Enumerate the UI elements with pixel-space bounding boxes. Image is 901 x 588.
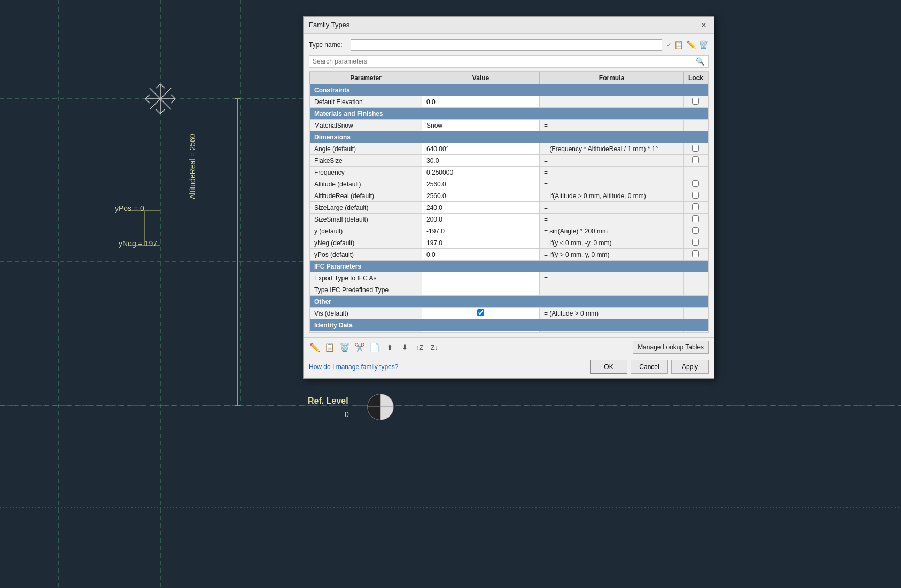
table-row: Altitude (default) 2560.0 = <box>310 178 708 190</box>
section-identity: Identity Data <box>310 319 708 331</box>
rename-type-icon[interactable]: ✏️ <box>686 40 696 50</box>
edit-icon[interactable]: ✏️ <box>309 341 321 353</box>
col-header-parameter: Parameter <box>310 72 422 84</box>
ref-level-num: 0 <box>345 410 349 419</box>
move-up-icon[interactable]: ⬆ <box>384 341 395 353</box>
col-header-lock: Lock <box>683 72 708 84</box>
cancel-button[interactable]: Cancel <box>631 360 668 374</box>
type-name-row: Type name: ✓ 📋 ✏️ 🗑️ <box>309 38 709 52</box>
dialog-footer: How do I manage family types? OK Cancel … <box>304 357 714 378</box>
table-row: SizeLarge (default) 240.0 = <box>310 202 708 214</box>
table-row: AltitudeReal (default) 2560.0 = if(Altit… <box>310 190 708 202</box>
delete-type-icon[interactable]: 🗑️ <box>698 40 709 50</box>
table-row: Angle (default) 640.00° = (Frequency * A… <box>310 143 708 155</box>
copy-icon[interactable]: 📋 <box>324 341 336 353</box>
table-row: Assembly Code = <box>310 331 708 333</box>
move-down-icon[interactable]: ⬇ <box>399 341 410 353</box>
family-types-dialog: Family Types ✕ Type name: ✓ 📋 ✏️ 🗑️ 🔍 <box>303 16 714 379</box>
dialog-titlebar: Family Types ✕ <box>304 17 714 34</box>
new-type-icon[interactable]: 📋 <box>674 40 684 50</box>
cut-icon[interactable]: ✂️ <box>354 341 366 353</box>
table-row: Export Type to IFC As = <box>310 272 708 284</box>
toolbar-icons: ✏️ 📋 🗑️ ✂️ 📄 ⬆ ⬇ ↑Z Z↓ <box>309 341 440 353</box>
checkmark-icon: ✓ <box>666 41 672 49</box>
search-input[interactable] <box>313 58 696 65</box>
dialog-body: Type name: ✓ 📋 ✏️ 🗑️ 🔍 Parameter Value <box>304 34 714 337</box>
params-table: Parameter Value Formula Lock Constraints… <box>309 72 708 333</box>
search-row: 🔍 <box>309 55 709 68</box>
ref-level-label: Ref. Level <box>308 396 348 406</box>
table-row: SizeSmall (default) 200.0 = <box>310 214 708 225</box>
search-icon: 🔍 <box>696 57 705 66</box>
table-row: Default Elevation = <box>310 96 708 108</box>
delete-icon[interactable]: 🗑️ <box>339 341 351 353</box>
table-row: Type IFC Predefined Type = <box>310 284 708 296</box>
section-materials: Materials and Finishes <box>310 108 708 120</box>
section-ifc: IFC Parameters <box>310 261 708 272</box>
manage-lookup-button[interactable]: Manage Lookup Tables <box>633 341 709 354</box>
altitude-label: AltitudeReal = 2560 <box>188 134 197 199</box>
table-row: yNeg (default) 197.0 = if(y < 0 mm, -y, … <box>310 237 708 249</box>
params-table-container[interactable]: Parameter Value Formula Lock Constraints… <box>309 71 709 333</box>
table-row: y (default) -197.0 = sin(Angle) * 200 mm <box>310 225 708 237</box>
close-button[interactable]: ✕ <box>699 20 709 30</box>
col-header-formula: Formula <box>540 72 684 84</box>
type-name-input[interactable] <box>351 39 662 51</box>
table-row: MaterialSnow Snow = <box>310 120 708 131</box>
table-row: yPos (default) 0.0 = if(y > 0 mm, y, 0 m… <box>310 249 708 261</box>
type-name-label: Type name: <box>309 41 346 49</box>
table-row: FlakeSize 30.0 = <box>310 155 708 167</box>
section-dimensions: Dimensions <box>310 131 708 143</box>
section-constraints: Constraints <box>310 84 708 96</box>
sort-asc-icon[interactable]: ↑Z <box>414 341 425 353</box>
table-row: Vis (default) = (Altitude > 0 mm) <box>310 308 708 319</box>
dialog-title: Family Types <box>309 21 349 29</box>
help-link[interactable]: How do I manage family types? <box>309 363 398 371</box>
ok-button[interactable]: OK <box>590 360 627 374</box>
compass <box>367 393 394 421</box>
paste-icon[interactable]: 📄 <box>369 341 380 353</box>
bottom-toolbar: ✏️ 📋 🗑️ ✂️ 📄 ⬆ ⬇ ↑Z Z↓ Manage Lookup Tab… <box>304 337 714 357</box>
apply-button[interactable]: Apply <box>671 360 709 374</box>
footer-buttons: OK Cancel Apply <box>590 360 709 374</box>
table-row: Frequency 0.250000 = <box>310 167 708 178</box>
ypos-label: yPos = 0 <box>115 204 144 213</box>
sort-desc-icon[interactable]: Z↓ <box>429 341 440 353</box>
type-name-icons: ✓ 📋 ✏️ 🗑️ <box>666 40 709 50</box>
yneg-label: yNeg = 197 <box>119 239 157 248</box>
section-other: Other <box>310 296 708 308</box>
col-header-value: Value <box>422 72 540 84</box>
